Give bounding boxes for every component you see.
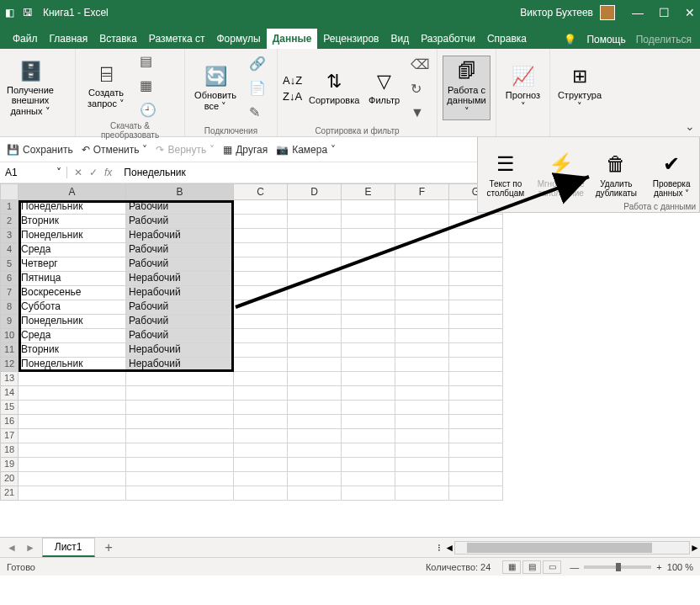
spreadsheet-grid[interactable]: A B C D E F G 12345678910111213141516171… [0, 183, 700, 537]
cell[interactable] [395, 415, 449, 429]
cell[interactable] [342, 429, 395, 443]
cell[interactable] [395, 300, 449, 315]
qat-other[interactable]: ▦Другая [223, 144, 268, 156]
cell[interactable] [288, 300, 342, 315]
forecast-button[interactable]: 📈 Прогноз ˅ [501, 61, 544, 114]
cell[interactable]: Рабочий [126, 257, 234, 272]
sort-za-icon[interactable]: Z↓A [283, 90, 302, 103]
row-header[interactable]: 6 [0, 272, 19, 286]
row-header[interactable]: 11 [0, 343, 19, 358]
cell[interactable] [288, 343, 342, 358]
cell[interactable] [288, 257, 342, 272]
cell[interactable] [19, 429, 126, 443]
text-to-columns-button[interactable]: ☰ Текст по столбцам [478, 137, 533, 212]
cell[interactable] [342, 200, 395, 215]
cell[interactable] [395, 315, 449, 329]
cell[interactable]: Вторник [19, 343, 126, 358]
cell[interactable] [342, 286, 395, 300]
cell[interactable] [342, 257, 395, 272]
cell[interactable] [234, 272, 288, 286]
cell[interactable] [288, 386, 342, 401]
cell[interactable] [449, 257, 503, 272]
cell[interactable] [288, 272, 342, 286]
cell[interactable] [395, 272, 449, 286]
cell[interactable] [342, 401, 395, 415]
column-header[interactable]: D [288, 183, 342, 200]
horizontal-scrollbar[interactable]: ⁝ ◄ ► [434, 541, 700, 555]
cell[interactable]: Суббота [19, 300, 126, 315]
zoom-level[interactable]: 100 % [667, 562, 693, 572]
cell[interactable]: Рабочий [126, 243, 234, 257]
cell[interactable] [395, 458, 449, 472]
tab-view[interactable]: Вид [384, 29, 415, 49]
cell[interactable] [234, 472, 288, 486]
tab-layout[interactable]: Разметка ст [143, 29, 211, 49]
cell[interactable]: Среда [19, 243, 126, 257]
row-header[interactable]: 20 [0, 472, 19, 486]
row-header[interactable]: 16 [0, 415, 19, 429]
column-header[interactable]: C [234, 183, 288, 200]
reapply-icon[interactable]: ↻ [409, 79, 432, 98]
cell[interactable] [126, 486, 234, 501]
column-header[interactable]: F [395, 183, 449, 200]
cell[interactable]: Нерабочий [126, 286, 234, 300]
cell[interactable] [449, 372, 503, 386]
cell[interactable] [234, 215, 288, 229]
cell[interactable] [126, 443, 234, 458]
row-header[interactable]: 1 [0, 200, 19, 215]
sheet-nav-next[interactable]: ► [25, 542, 35, 554]
cell[interactable] [342, 386, 395, 401]
sheet-tab[interactable]: Лист1 [42, 538, 95, 557]
row-header[interactable]: 5 [0, 257, 19, 272]
cell[interactable] [342, 472, 395, 486]
flash-fill-button[interactable]: ⚡ Мгновенное заполнение [533, 137, 589, 212]
cell[interactable] [126, 472, 234, 486]
cell[interactable] [342, 315, 395, 329]
cell[interactable] [449, 300, 503, 315]
row-header[interactable]: 12 [0, 358, 19, 372]
cell[interactable] [395, 429, 449, 443]
cell[interactable] [449, 329, 503, 343]
sheet-nav-prev[interactable]: ◄ [7, 542, 17, 554]
column-header[interactable]: E [342, 183, 395, 200]
row-header[interactable]: 19 [0, 458, 19, 472]
fx-icon[interactable]: fx [104, 167, 112, 178]
cell[interactable]: Пятница [19, 272, 126, 286]
cell[interactable] [126, 415, 234, 429]
data-validation-button[interactable]: ✔ Проверка данных ˅ [644, 137, 699, 212]
cell[interactable] [234, 286, 288, 300]
autosave-icon[interactable]: ◧ [5, 7, 14, 19]
cell[interactable]: Понедельник [19, 200, 126, 215]
cell[interactable] [126, 429, 234, 443]
cell[interactable] [449, 315, 503, 329]
cell[interactable] [342, 486, 395, 501]
row-header[interactable]: 18 [0, 443, 19, 458]
cell[interactable] [288, 401, 342, 415]
sort-button[interactable]: ⇅ Сортировка [309, 66, 359, 109]
cancel-formula-icon[interactable]: ✕ [74, 167, 82, 178]
row-header[interactable]: 3 [0, 229, 19, 243]
cell[interactable]: Понедельник [19, 358, 126, 372]
cell[interactable] [395, 486, 449, 501]
cell[interactable] [395, 257, 449, 272]
tab-formulas[interactable]: Формулы [211, 29, 267, 49]
zoom-out[interactable]: — [570, 562, 579, 572]
new-query-button[interactable]: ⌸ Создать запрос ˅ [81, 59, 131, 111]
cell[interactable] [342, 415, 395, 429]
cell[interactable] [19, 486, 126, 501]
share-button[interactable]: Поделиться [636, 34, 692, 45]
cell[interactable] [395, 443, 449, 458]
cell[interactable] [19, 401, 126, 415]
cell[interactable] [342, 329, 395, 343]
cell[interactable] [395, 200, 449, 215]
cell[interactable] [288, 472, 342, 486]
column-header[interactable]: A [19, 183, 126, 200]
tab-data[interactable]: Данные [267, 29, 318, 49]
properties-icon[interactable]: 📄 [247, 78, 268, 98]
view-normal[interactable]: ▦ [502, 560, 521, 574]
cell[interactable] [449, 286, 503, 300]
tab-file[interactable]: Файл [7, 29, 44, 49]
cell[interactable] [288, 215, 342, 229]
cell[interactable] [19, 415, 126, 429]
row-header[interactable]: 17 [0, 429, 19, 443]
